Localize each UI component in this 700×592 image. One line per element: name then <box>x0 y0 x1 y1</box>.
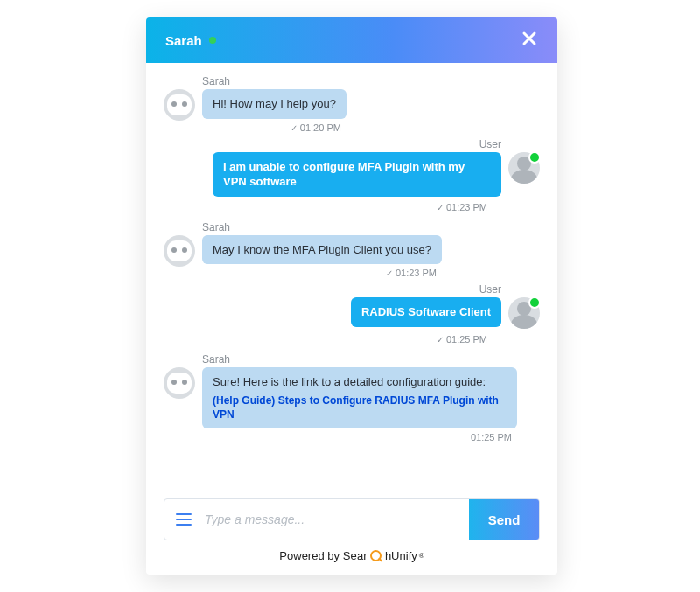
message-row: Sarah Hi! How may I help you? ✓01:20 PM <box>164 75 540 133</box>
close-button[interactable] <box>521 30 538 51</box>
sender-label: Sarah <box>202 75 346 87</box>
message-bubble: I am unable to configure MFA Plugin with… <box>213 152 501 197</box>
user-avatar <box>508 297 540 329</box>
robot-icon <box>167 240 192 261</box>
footer: Powered by SearhUnify® <box>146 549 557 575</box>
sender-label: Sarah <box>202 221 442 233</box>
timestamp: ✓01:23 PM <box>386 268 437 278</box>
message-row: Sarah Sure! Here is the link to a detail… <box>164 353 540 442</box>
status-online-icon <box>209 37 216 44</box>
powered-by-label: Powered by <box>279 549 340 562</box>
menu-button[interactable] <box>164 513 203 526</box>
hamburger-icon <box>176 513 192 526</box>
chat-header: Sarah <box>146 17 557 63</box>
timestamp-row: ✓01:25 PM <box>164 331 540 345</box>
help-guide-link[interactable]: (Help Guide) Steps to Configure RADIUS M… <box>213 394 507 421</box>
agent-name: Sarah <box>165 33 202 48</box>
user-avatar <box>508 152 540 184</box>
robot-icon <box>167 373 192 394</box>
check-icon: ✓ <box>386 268 393 278</box>
message-row: User RADIUS Software Client <box>164 283 540 329</box>
searchunify-logo: SearhUnify® <box>343 549 424 562</box>
timestamp: 01:25 PM <box>471 432 512 442</box>
check-icon: ✓ <box>437 203 444 212</box>
message-bubble: Hi! How may I help you? <box>202 89 346 119</box>
message-bubble: RADIUS Software Client <box>351 297 501 327</box>
message-row: User I am unable to configure MFA Plugin… <box>164 138 540 197</box>
message-list: Sarah Hi! How may I help you? ✓01:20 PM … <box>146 63 557 490</box>
check-icon: ✓ <box>290 123 298 133</box>
sender-label: User <box>480 283 501 296</box>
magnifier-icon <box>370 550 382 562</box>
bot-avatar <box>164 235 195 267</box>
bot-avatar <box>164 367 195 399</box>
message-row: Sarah May I know the MFA Plugin Client y… <box>164 221 540 279</box>
close-icon <box>521 30 538 47</box>
send-button[interactable]: Send <box>469 499 539 540</box>
chat-window: Sarah Sarah Hi! How may I help you? ✓01:… <box>146 17 557 575</box>
message-input[interactable] <box>203 512 469 527</box>
input-bar: Send <box>164 498 540 540</box>
sender-label: User <box>480 138 501 150</box>
bot-avatar <box>164 89 195 121</box>
timestamp: ✓01:25 PM <box>437 334 487 345</box>
message-text: Sure! Here is the link to a detailed con… <box>213 375 486 388</box>
timestamp-row: ✓01:23 PM <box>164 198 540 212</box>
header-agent: Sarah <box>165 33 216 48</box>
message-bubble: May I know the MFA Plugin Client you use… <box>202 235 442 265</box>
timestamp: ✓01:23 PM <box>437 202 487 212</box>
check-icon: ✓ <box>437 335 444 345</box>
message-bubble: Sure! Here is the link to a detailed con… <box>202 367 517 428</box>
timestamp: ✓01:20 PM <box>290 122 341 133</box>
status-online-icon <box>528 151 541 164</box>
sender-label: Sarah <box>202 353 517 366</box>
robot-icon <box>167 94 192 115</box>
